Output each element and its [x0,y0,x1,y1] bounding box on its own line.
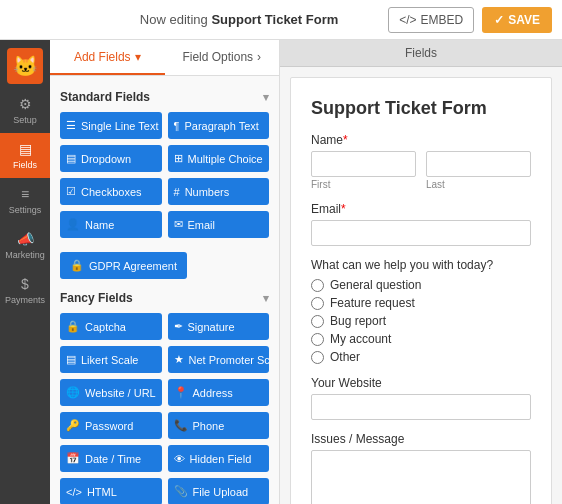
html-icon: </> [66,486,82,498]
field-btn-address[interactable]: 📍 Address [168,379,270,406]
logo: 🐱 [7,48,43,84]
paragraph-icon: ¶ [174,120,180,132]
tab-field-options[interactable]: Field Options › [165,40,280,75]
form-field-email: Email* [311,202,531,246]
field-btn-captcha[interactable]: 🔒 Captcha [60,313,162,340]
field-btn-likert-scale[interactable]: ▤ Likert Scale [60,346,162,373]
fancy-fields-grid: 🔒 Captcha ✒ Signature ▤ Likert Scale ★ N… [60,313,269,504]
top-bar: Now editing Support Ticket Form </> EMBE… [0,0,562,40]
field-btn-password[interactable]: 🔑 Password [60,412,162,439]
fields-icon: ▤ [19,141,32,157]
email-label: Email* [311,202,531,216]
editing-label: Now editing Support Ticket Form [140,12,338,27]
form-preview-inner: Support Ticket Form Name* First Last [290,77,552,504]
phone-icon: 📞 [174,419,188,432]
issues-textarea[interactable] [311,450,531,504]
field-btn-html[interactable]: </> HTML [60,478,162,504]
sidebar-item-setup[interactable]: ⚙ Setup [0,88,50,133]
first-name-col: First [311,151,416,190]
settings-icon: ≡ [21,186,29,202]
radio-item-other[interactable]: Other [311,350,531,364]
form-preview: Fields Support Ticket Form Name* First L… [280,40,562,504]
website-label: Your Website [311,376,531,390]
single-line-icon: ☰ [66,119,76,132]
fancy-chevron-icon: ▾ [263,292,269,305]
radio-item-general[interactable]: General question [311,278,531,292]
radio-item-account[interactable]: My account [311,332,531,346]
radio-general[interactable] [311,279,324,292]
first-label: First [311,179,416,190]
embed-button[interactable]: </> EMBED [388,7,474,33]
address-icon: 📍 [174,386,188,399]
field-btn-dropdown[interactable]: ▤ Dropdown [60,145,162,172]
field-btn-signature[interactable]: ✒ Signature [168,313,270,340]
standard-chevron-icon: ▾ [263,91,269,104]
nps-icon: ★ [174,353,184,366]
field-btn-gdpr[interactable]: 🔒 GDPR Agreement [60,252,187,279]
chevron-down-icon: ▾ [135,50,141,64]
tab-add-fields[interactable]: Add Fields ▾ [50,40,165,75]
field-btn-website-url[interactable]: 🌐 Website / URL [60,379,162,406]
field-btn-name[interactable]: 👤 Name [60,211,162,238]
radio-feature[interactable] [311,297,324,310]
dropdown-icon: ▤ [66,152,76,165]
field-btn-datetime[interactable]: 📅 Date / Time [60,445,162,472]
standard-fields-grid: ☰ Single Line Text ¶ Paragraph Text ▤ Dr… [60,112,269,238]
fields-tab-bar: Add Fields ▾ Field Options › [50,40,279,76]
email-icon: ✉ [174,218,183,231]
url-icon: 🌐 [66,386,80,399]
standard-fields-header: Standard Fields ▾ [60,90,269,104]
form-name: Support Ticket Form [211,12,338,27]
field-btn-email[interactable]: ✉ Email [168,211,270,238]
field-btn-net-promoter[interactable]: ★ Net Promoter Score [168,346,270,373]
datetime-icon: 📅 [66,452,80,465]
sidebar-item-settings[interactable]: ≡ Settings [0,178,50,223]
radio-item-feature[interactable]: Feature request [311,296,531,310]
last-name-col: Last [426,151,531,190]
main-layout: 🐱 ⚙ Setup ▤ Fields ≡ Settings 📣 Marketin… [0,40,562,504]
radio-bug[interactable] [311,315,324,328]
upload-icon: 📎 [174,485,188,498]
field-btn-numbers[interactable]: # Numbers [168,178,270,205]
field-btn-multiple-choice[interactable]: ⊞ Multiple Choice [168,145,270,172]
sidebar-item-marketing[interactable]: 📣 Marketing [0,223,50,268]
top-bar-actions: </> EMBED ✓ SAVE [388,7,552,33]
sidebar-item-payments[interactable]: $ Payments [0,268,50,313]
field-btn-paragraph-text[interactable]: ¶ Paragraph Text [168,112,270,139]
fields-scroll[interactable]: Standard Fields ▾ ☰ Single Line Text ¶ P… [50,76,279,504]
fields-panel: Add Fields ▾ Field Options › Standard Fi… [50,40,280,504]
check-icon: ✓ [494,13,504,27]
form-field-website: Your Website [311,376,531,420]
setup-icon: ⚙ [19,96,32,112]
form-field-issues: Issues / Message [311,432,531,504]
field-btn-checkboxes[interactable]: ☑ Checkboxes [60,178,162,205]
field-btn-hidden-field[interactable]: 👁 Hidden Field [168,445,270,472]
checkboxes-icon: ☑ [66,185,76,198]
field-btn-single-line-text[interactable]: ☰ Single Line Text [60,112,162,139]
save-button[interactable]: ✓ SAVE [482,7,552,33]
website-input[interactable] [311,394,531,420]
radio-item-bug[interactable]: Bug report [311,314,531,328]
hidden-icon: 👁 [174,453,185,465]
chevron-right-icon: › [257,50,261,64]
email-input[interactable] [311,220,531,246]
name-icon: 👤 [66,218,80,231]
gdpr-icon: 🔒 [70,259,84,272]
multiple-choice-icon: ⊞ [174,152,183,165]
radio-account[interactable] [311,333,324,346]
first-name-input[interactable] [311,151,416,177]
help-question: What can we help you with today? [311,258,531,272]
field-btn-phone[interactable]: 📞 Phone [168,412,270,439]
form-title: Support Ticket Form [311,98,531,119]
form-field-help: What can we help you with today? General… [311,258,531,364]
name-label: Name* [311,133,531,147]
captcha-icon: 🔒 [66,320,80,333]
password-icon: 🔑 [66,419,80,432]
numbers-icon: # [174,186,180,198]
marketing-icon: 📣 [17,231,34,247]
field-btn-file-upload[interactable]: 📎 File Upload [168,478,270,504]
sidebar: 🐱 ⚙ Setup ▤ Fields ≡ Settings 📣 Marketin… [0,40,50,504]
sidebar-item-fields[interactable]: ▤ Fields [0,133,50,178]
radio-other[interactable] [311,351,324,364]
last-name-input[interactable] [426,151,531,177]
